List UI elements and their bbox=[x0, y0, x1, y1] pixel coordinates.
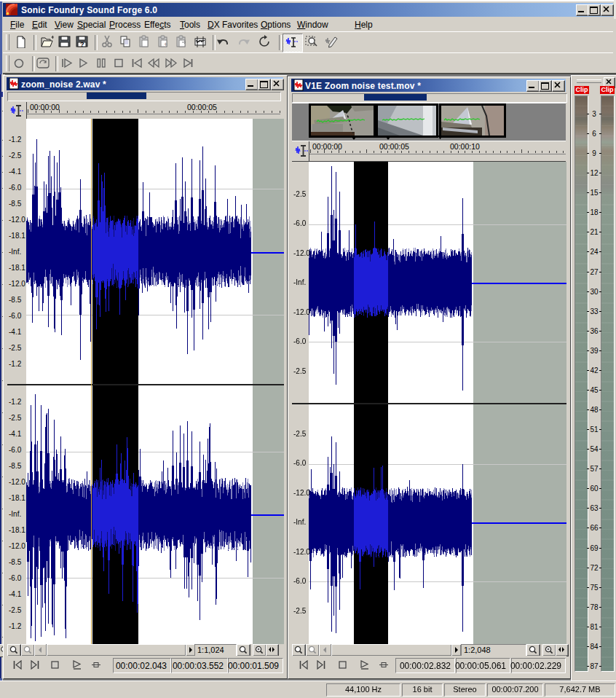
svg-text:?: ? bbox=[80, 41, 84, 48]
svg-text:+: + bbox=[164, 41, 167, 48]
